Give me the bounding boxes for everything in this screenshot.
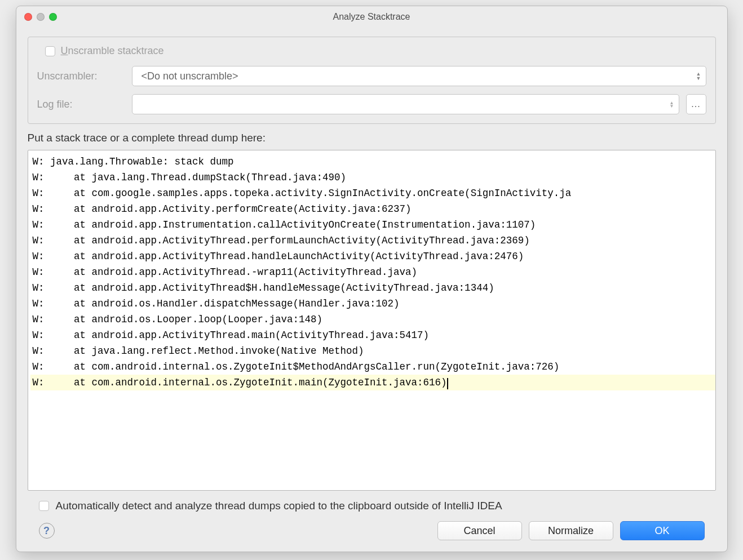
browse-label: ... — [691, 99, 700, 109]
stacktrace-line[interactable]: W: at android.os.Handler.dispatchMessage… — [30, 296, 715, 312]
normalize-label: Normalize — [548, 525, 594, 537]
auto-detect-row: Automatically detect and analyze thread … — [28, 491, 716, 521]
dialog-content: Unscramble stacktrace Unscrambler: <Do n… — [16, 28, 727, 552]
chevron-updown-icon: ▲▼ — [696, 72, 701, 80]
ok-label: OK — [654, 525, 669, 537]
minimize-window-button[interactable] — [37, 13, 45, 21]
normalize-button[interactable]: Normalize — [529, 521, 613, 540]
dialog-window: Analyze Stacktrace Unscramble stacktrace… — [16, 6, 728, 552]
help-icon: ? — [43, 525, 50, 537]
cancel-button[interactable]: Cancel — [437, 521, 522, 540]
stacktrace-line[interactable]: W: at android.app.ActivityThread.handleL… — [30, 248, 715, 264]
logfile-input[interactable]: ▲▼ — [132, 94, 679, 114]
unscrambler-label: Unscrambler: — [37, 70, 125, 82]
unscrambler-value: <Do not unscramble> — [141, 70, 238, 82]
unscrambler-select[interactable]: <Do not unscramble> ▲▼ — [132, 66, 706, 86]
help-button[interactable]: ? — [39, 523, 55, 539]
unscrambler-row: Unscrambler: <Do not unscramble> ▲▼ — [37, 66, 706, 86]
stacktrace-text[interactable]: W: java.lang.Throwable: stack dumpW: at … — [28, 150, 715, 490]
stacktrace-line[interactable]: W: at com.android.internal.os.ZygoteInit… — [30, 359, 715, 375]
stacktrace-line[interactable]: W: at android.app.Activity.performCreate… — [30, 201, 715, 217]
stacktrace-line[interactable]: W: at android.app.ActivityThread.-wrap11… — [30, 264, 715, 280]
titlebar: Analyze Stacktrace — [16, 6, 727, 28]
unscramble-panel: Unscramble stacktrace Unscrambler: <Do n… — [28, 37, 716, 124]
cancel-label: Cancel — [463, 525, 495, 537]
window-controls — [24, 13, 57, 21]
auto-detect-label: Automatically detect and analyze thread … — [56, 500, 502, 512]
unscramble-checkbox-row: Unscramble stacktrace — [37, 45, 706, 57]
dialog-footer: ? Cancel Normalize OK — [28, 521, 716, 552]
stacktrace-line[interactable]: W: at android.app.Instrumentation.callAc… — [30, 217, 715, 233]
stacktrace-line[interactable]: W: at java.lang.reflect.Method.invoke(Na… — [30, 343, 715, 359]
stacktrace-line[interactable]: W: at android.os.Looper.loop(Looper.java… — [30, 312, 715, 327]
unscramble-checkbox[interactable] — [45, 46, 55, 56]
stacktrace-line[interactable]: W: at com.google.samples.apps.topeka.act… — [30, 185, 715, 201]
chevron-updown-icon: ▲▼ — [670, 101, 674, 108]
text-cursor — [447, 378, 448, 389]
unscramble-checkbox-label: Unscramble stacktrace — [61, 45, 164, 57]
stacktrace-line[interactable]: W: at android.app.ActivityThread$H.handl… — [30, 280, 715, 296]
logfile-row: Log file: ▲▼ ... — [37, 94, 706, 114]
ok-button[interactable]: OK — [620, 521, 705, 540]
auto-detect-checkbox[interactable] — [39, 501, 49, 511]
browse-button[interactable]: ... — [686, 94, 706, 114]
stacktrace-line[interactable]: W: at java.lang.Thread.dumpStack(Thread.… — [30, 170, 715, 185]
stacktrace-editor[interactable]: W: java.lang.Throwable: stack dumpW: at … — [28, 150, 716, 491]
window-title: Analyze Stacktrace — [24, 12, 719, 22]
stacktrace-line[interactable]: W: at android.app.ActivityThread.perform… — [30, 233, 715, 248]
logfile-label: Log file: — [37, 99, 125, 110]
instruction-label: Put a stack trace or a complete thread d… — [28, 132, 716, 144]
stacktrace-line[interactable]: W: java.lang.Throwable: stack dump — [30, 154, 715, 170]
maximize-window-button[interactable] — [49, 13, 57, 21]
stacktrace-line[interactable]: W: at android.app.ActivityThread.main(Ac… — [30, 327, 715, 343]
stacktrace-line[interactable]: W: at com.android.internal.os.ZygoteInit… — [30, 375, 715, 390]
close-window-button[interactable] — [24, 13, 32, 21]
